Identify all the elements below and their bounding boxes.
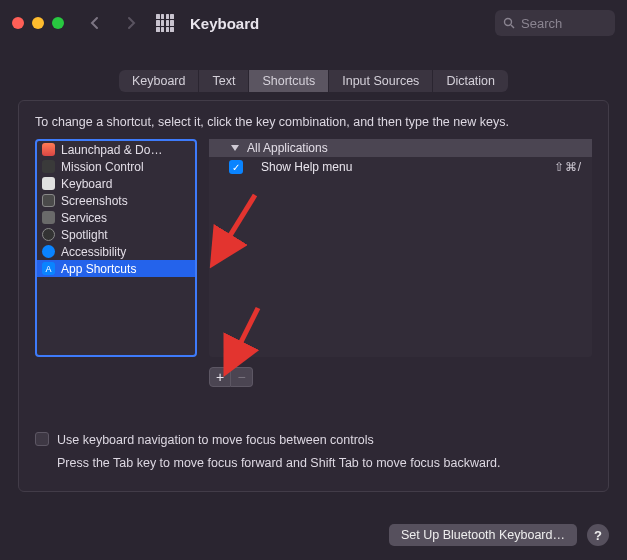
category-screenshots[interactable]: Screenshots — [37, 192, 195, 209]
category-list[interactable]: Launchpad & Do… Mission Control Keyboard… — [35, 139, 197, 357]
keyboard-nav-hint: Press the Tab key to move focus forward … — [57, 454, 501, 473]
shortcut-row[interactable]: ✓ Show Help menu ⇧⌘/ — [209, 157, 592, 177]
help-button[interactable]: ? — [587, 524, 609, 546]
category-label: Screenshots — [61, 194, 128, 208]
category-label: App Shortcuts — [61, 262, 136, 276]
disclosure-triangle-icon — [231, 145, 239, 151]
close-window-button[interactable] — [12, 17, 24, 29]
titlebar: Keyboard — [0, 0, 627, 46]
category-mission-control[interactable]: Mission Control — [37, 158, 195, 175]
tab-keyboard[interactable]: Keyboard — [119, 70, 200, 92]
category-label: Mission Control — [61, 160, 144, 174]
search-icon — [503, 17, 515, 29]
minimize-window-button[interactable] — [32, 17, 44, 29]
category-label: Accessibility — [61, 245, 126, 259]
search-input[interactable] — [521, 16, 601, 31]
keyboard-nav-option: Use keyboard navigation to move focus be… — [35, 431, 592, 473]
add-remove-buttons: + − — [209, 367, 592, 387]
keyboard-nav-label: Use keyboard navigation to move focus be… — [57, 433, 374, 447]
tab-shortcuts[interactable]: Shortcuts — [249, 70, 329, 92]
enable-checkbox[interactable]: ✓ — [229, 160, 243, 174]
search-field[interactable] — [495, 10, 615, 36]
category-label: Services — [61, 211, 107, 225]
services-icon — [42, 211, 55, 224]
shortcut-detail-list[interactable]: All Applications ✓ Show Help menu ⇧⌘/ — [209, 139, 592, 357]
category-app-shortcuts[interactable]: A App Shortcuts — [37, 260, 195, 277]
screenshot-icon — [42, 194, 55, 207]
add-button[interactable]: + — [209, 367, 231, 387]
app-shortcuts-icon: A — [42, 262, 55, 275]
window-title: Keyboard — [190, 15, 259, 32]
window-controls — [12, 17, 64, 29]
tabs-bar: Keyboard Text Shortcuts Input Sources Di… — [0, 70, 627, 92]
svg-line-1 — [511, 25, 514, 28]
shortcut-label: Show Help menu — [261, 160, 554, 174]
keyboard-icon — [42, 177, 55, 190]
category-spotlight[interactable]: Spotlight — [37, 226, 195, 243]
keyboard-nav-checkbox[interactable] — [35, 432, 49, 446]
svg-point-0 — [505, 19, 512, 26]
category-accessibility[interactable]: Accessibility — [37, 243, 195, 260]
accessibility-icon — [42, 245, 55, 258]
group-label: All Applications — [247, 141, 328, 155]
category-label: Spotlight — [61, 228, 108, 242]
launchpad-icon — [42, 143, 55, 156]
zoom-window-button[interactable] — [52, 17, 64, 29]
tab-dictation[interactable]: Dictation — [433, 70, 508, 92]
instruction-text: To change a shortcut, select it, click t… — [35, 115, 592, 129]
show-all-icon[interactable] — [156, 14, 174, 32]
forward-button[interactable] — [118, 10, 144, 36]
tab-input-sources[interactable]: Input Sources — [329, 70, 433, 92]
category-keyboard[interactable]: Keyboard — [37, 175, 195, 192]
category-label: Keyboard — [61, 177, 112, 191]
category-label: Launchpad & Do… — [61, 143, 162, 157]
remove-button[interactable]: − — [231, 367, 253, 387]
spotlight-icon — [42, 228, 55, 241]
bluetooth-keyboard-button[interactable]: Set Up Bluetooth Keyboard… — [389, 524, 577, 546]
mission-control-icon — [42, 160, 55, 173]
shortcuts-panel: To change a shortcut, select it, click t… — [18, 100, 609, 492]
back-button[interactable] — [82, 10, 108, 36]
tab-text[interactable]: Text — [199, 70, 249, 92]
group-all-applications[interactable]: All Applications — [209, 139, 592, 157]
category-services[interactable]: Services — [37, 209, 195, 226]
category-launchpad[interactable]: Launchpad & Do… — [37, 141, 195, 158]
shortcut-keys[interactable]: ⇧⌘/ — [554, 160, 582, 174]
